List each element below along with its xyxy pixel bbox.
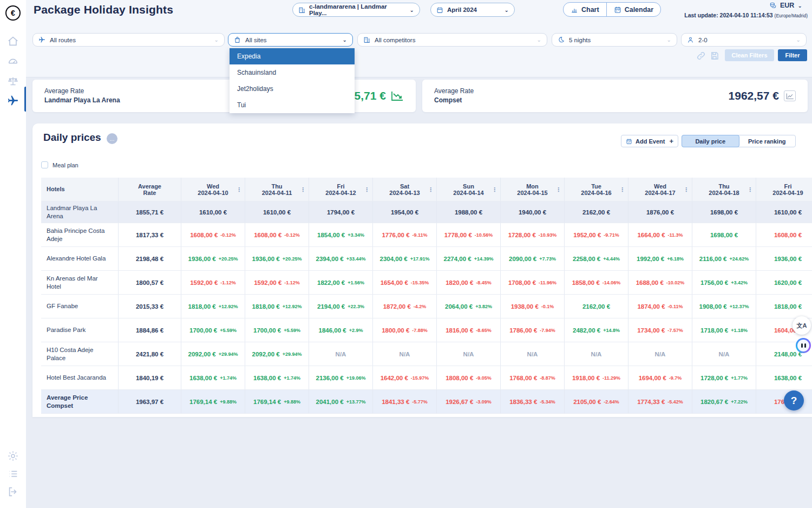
column-menu-icon[interactable]: ⋮	[236, 186, 242, 193]
compare-scales-icon[interactable]	[7, 75, 19, 87]
price-cell: 1769,14 €+9.88%	[181, 390, 245, 413]
nights-filter-value: 5 nights	[569, 37, 591, 43]
tab-price-ranking[interactable]: Price ranking	[739, 135, 796, 147]
card-label: Average Rate	[434, 87, 474, 96]
sidebar: €	[0, 0, 26, 508]
price-cell: 2092,00 €+29.94%	[181, 342, 245, 366]
price-cell: 1610,00 €	[245, 201, 309, 223]
help-button[interactable]: ?	[784, 390, 804, 411]
price-cell: 1592,00 €-1.12%	[245, 271, 309, 294]
price-cell: 1698,00 €	[692, 201, 756, 223]
table-row: Average Price Compset1963,97 €1769,14 €+…	[41, 390, 812, 414]
app-logo[interactable]: €	[5, 5, 21, 21]
table-row: H10 Costa Adeje Palace2421,80 €2092,00 €…	[41, 342, 812, 366]
price-cell: 1700,00 €+5.59%	[245, 318, 309, 342]
ai-assistant-button[interactable]	[796, 338, 811, 353]
list-icon[interactable]	[7, 468, 19, 480]
month-selector-dropdown[interactable]: April 2024 ⌄	[430, 3, 515, 17]
logout-icon[interactable]	[7, 486, 19, 498]
packages-plane-icon[interactable]	[7, 95, 19, 107]
bar-chart-icon	[571, 6, 578, 14]
calendar-check-icon	[626, 138, 632, 145]
table-row: Alexandre Hotel Gala2198,48 €1936,00 €+2…	[41, 247, 812, 271]
price-cell: 1698,00 €	[692, 223, 756, 246]
routes-filter-dropdown[interactable]: All routes ⌄	[32, 33, 225, 47]
price-cell: 1642,00 €-15.97%	[372, 366, 436, 389]
column-menu-icon[interactable]: ⋮	[683, 186, 689, 193]
price-cell: 2162,00 €	[564, 201, 628, 223]
hotel-name-cell: Paradise Park	[41, 318, 118, 342]
price-cell: 1694,00 €-9.7%	[628, 366, 692, 389]
more-options-button[interactable]: ...	[107, 133, 117, 144]
add-event-button[interactable]: Add Event +	[621, 135, 678, 147]
save-icon[interactable]	[710, 51, 719, 61]
page-title: Package Holiday Insights	[34, 3, 173, 16]
column-menu-icon[interactable]: ⋮	[492, 186, 497, 193]
price-cell: N/A	[372, 342, 436, 366]
daily-prices-panel: Daily prices ... Add Event + Daily price…	[32, 123, 812, 417]
price-cell: 1688,00 €-10.02%	[628, 271, 692, 294]
calendar-view-button[interactable]: Calendar	[606, 3, 661, 16]
sites-filter-value: All sites	[245, 37, 267, 43]
column-menu-icon[interactable]: ⋮	[364, 186, 370, 193]
filter-button[interactable]: Filter	[778, 49, 807, 61]
guests-filter-dropdown[interactable]: 2-0 ⌄	[681, 33, 807, 47]
settings-gear-icon[interactable]	[7, 450, 19, 462]
price-cell: N/A	[500, 342, 564, 366]
guests-filter-value: 2-0	[698, 37, 708, 43]
sites-option-expedia[interactable]: Expedia	[230, 48, 355, 64]
table-header-row: Hotels Average Rate Wed2024-04-10⋮Thu202…	[41, 178, 812, 201]
table-row: Bahia Principe Costa Adeje1817,33 €1608,…	[41, 223, 812, 247]
competitors-filter-value: All competitors	[375, 37, 415, 43]
column-menu-icon[interactable]: ⋮	[300, 186, 306, 193]
currency-selector[interactable]: EUR ⌄	[769, 2, 802, 9]
home-icon[interactable]	[7, 35, 19, 47]
average-rate-cell: 1817,33 €	[118, 223, 181, 246]
date-column-header: Wed2024-04-10⋮	[181, 178, 245, 201]
table-row: Paradise Park1884,86 €1700,00 €+5.59%170…	[41, 318, 812, 342]
price-cell: 2041,00 €+13.77%	[309, 390, 372, 413]
column-menu-icon[interactable]: ⋮	[747, 186, 753, 193]
price-cell: 1786,00 €-7.94%	[500, 318, 564, 342]
sites-option-jet2holidays[interactable]: Jet2holidays	[230, 81, 355, 97]
price-cell: 1926,67 €-3.09%	[436, 390, 500, 413]
line-chart-icon[interactable]	[784, 90, 796, 101]
column-menu-icon[interactable]: ⋮	[428, 186, 434, 193]
column-menu-icon[interactable]: ⋮	[619, 186, 625, 193]
meal-plan-checkbox[interactable]	[41, 161, 48, 168]
sites-filter-dropdown[interactable]: All sites ⌄	[228, 33, 353, 47]
tab-daily-price[interactable]: Daily price	[682, 135, 739, 147]
translate-button[interactable]: 文A	[793, 316, 811, 335]
date-column-header: Thu2024-04-18⋮	[692, 178, 756, 201]
calendar-icon	[614, 6, 621, 14]
date-column-header: Mon2024-04-15⋮	[500, 178, 564, 201]
price-cell: N/A	[564, 342, 628, 366]
price-cell: 2482,00 €+14.8%	[564, 318, 628, 342]
nights-filter-dropdown[interactable]: 5 nights ⌄	[552, 33, 677, 47]
sites-option-schauinsland[interactable]: Schauinsland	[230, 64, 355, 81]
price-cell: 1608,00 €-0.12%	[245, 223, 309, 246]
date-column-header: Thu2024-04-11⋮	[245, 178, 309, 201]
routes-filter-value: All routes	[50, 37, 76, 43]
plus-icon: +	[669, 137, 673, 145]
date-column-header: Tue2024-04-16⋮	[564, 178, 628, 201]
card-label: Average Rate	[44, 87, 120, 96]
competitors-filter-dropdown[interactable]: All competitors ⌄	[357, 33, 547, 47]
chevron-down-icon: ⌄	[214, 37, 219, 43]
dashboard-gauge-icon[interactable]	[7, 55, 19, 67]
average-rate-cell: 1884,86 €	[118, 318, 181, 342]
price-cell: 1820,00 €-8.45%	[436, 271, 500, 294]
hotel-name-cell: H10 Costa Adeje Palace	[41, 342, 118, 366]
price-cell: N/A	[628, 342, 692, 366]
chart-view-button[interactable]: Chart	[564, 3, 606, 16]
price-cell: 1841,33 €-5.77%	[372, 390, 436, 413]
hotel-name-cell: Bahia Principe Costa Adeje	[41, 223, 118, 246]
hotel-selector-dropdown[interactable]: c-landmararena | Landmar Play... ⌄	[292, 3, 420, 17]
price-cell: N/A	[309, 342, 372, 366]
price-cell: N/A	[692, 342, 756, 366]
clean-filters-button[interactable]: Clean Filters	[725, 49, 774, 61]
chevron-down-icon: ⌄	[797, 3, 802, 9]
link-icon[interactable]	[696, 51, 706, 61]
column-menu-icon[interactable]: ⋮	[555, 186, 561, 193]
sites-option-tui[interactable]: Tui	[230, 97, 355, 113]
